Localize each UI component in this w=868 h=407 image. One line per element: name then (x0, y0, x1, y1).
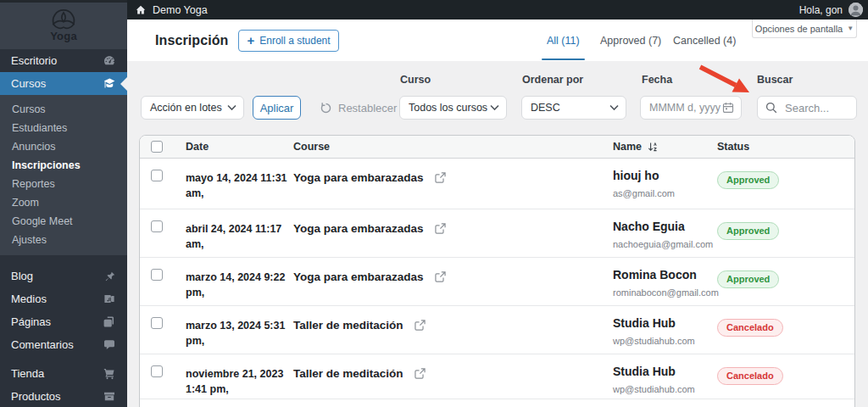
student-email: wp@studiahub.com (613, 384, 717, 394)
table-header-row: Date Course Name Status (140, 136, 854, 159)
external-link-icon[interactable] (435, 172, 446, 183)
tab-all[interactable]: All (11) (542, 20, 585, 61)
tab-cancelled[interactable]: Cancelled (4) (668, 20, 741, 61)
sidebar-item-escritorio[interactable]: Escritorio (0, 49, 127, 72)
row-checkbox-cell (140, 317, 186, 329)
external-link-icon[interactable] (435, 271, 446, 282)
sidebar-item-blog[interactable]: Blog (0, 265, 127, 287)
sidebar-item-productos[interactable]: Productos (0, 385, 127, 407)
course-link[interactable]: Yoga para embarazadas (293, 171, 424, 184)
media-icon (102, 292, 116, 306)
submenu-item-cursos[interactable]: Cursos (0, 100, 127, 119)
apply-button[interactable]: Aplicar (253, 96, 301, 120)
sidebar-item-comentarios[interactable]: Comentarios (0, 333, 127, 356)
sidebar-item-paginas[interactable]: Páginas (0, 310, 127, 333)
submenu-item-label: Estudiantes (12, 122, 67, 134)
course-link[interactable]: Taller de meditación (293, 367, 403, 380)
reset-button[interactable]: Restablecer (320, 96, 397, 120)
table-row: abril 24, 2024 11:17am, Yoga para embara… (140, 209, 854, 258)
tab-label: Approved (7) (600, 35, 661, 47)
status-cell: Cancelado (717, 317, 854, 337)
submenu-item-label: Inscripciones (12, 159, 81, 171)
student-email: nachoeguia@gmail.com (613, 239, 717, 249)
sidebar-item-medios[interactable]: Medios (0, 287, 127, 310)
status-cell: Approved (717, 220, 854, 240)
row-checkbox[interactable] (151, 220, 163, 232)
table-row: marzo 14, 2024 9:22pm, Yoga para embaraz… (140, 258, 854, 306)
date-line1: noviembre 21, 2023 (186, 368, 283, 380)
submenu-item-estudiantes[interactable]: Estudiantes (0, 119, 127, 137)
calendar-icon (722, 102, 734, 114)
course-link[interactable]: Yoga para embarazadas (293, 270, 424, 283)
row-checkbox[interactable] (151, 170, 163, 181)
status-badge: Cancelado (717, 367, 783, 385)
bulk-action-select[interactable]: Acción en lotes (141, 96, 244, 120)
student-email: wp@studiahub.com (613, 336, 717, 346)
date-filter-input[interactable]: MMMM d, yyyy (640, 96, 742, 120)
external-link-icon[interactable] (435, 223, 446, 234)
date-placeholder: MMMM d, yyyy (649, 102, 721, 114)
student-name[interactable]: Studia Hub (613, 317, 717, 330)
logo-text: Yoga (50, 30, 77, 42)
row-checkbox[interactable] (151, 317, 163, 329)
tab-approved[interactable]: Approved (7) (595, 20, 666, 61)
course-select[interactable]: Todos los cursos (399, 96, 507, 120)
table-row: mayo 14, 2024 11:31am, Yoga para embaraz… (140, 159, 854, 209)
sidebar-item-cursos[interactable]: Cursos (0, 72, 127, 95)
bulk-action-value: Acción en lotes (150, 102, 222, 114)
reset-label: Restablecer (338, 102, 397, 114)
student-name[interactable]: Romina Bocon (613, 269, 717, 282)
course-cell: Yoga para embarazadas (293, 269, 613, 283)
course-link[interactable]: Taller de meditación (293, 319, 403, 332)
student-name[interactable]: Nacho Eguia (613, 220, 717, 233)
chevron-down-icon (490, 105, 499, 111)
status-badge: Approved (717, 171, 779, 189)
sidebar-item-label: Páginas (11, 315, 51, 328)
row-checkbox[interactable] (151, 269, 163, 281)
date-line2: pm, (186, 287, 204, 298)
row-checkbox[interactable] (151, 365, 163, 377)
site-name-link[interactable]: Demo Yoga (153, 4, 208, 16)
submenu-item-ajustes[interactable]: Ajustes (0, 231, 127, 249)
course-cell: Taller de meditación (293, 365, 613, 380)
student-name[interactable]: hiouj ho (613, 170, 717, 182)
products-icon (102, 389, 116, 404)
submenu-item-zoom[interactable]: Zoom (0, 193, 127, 212)
row-checkbox-cell (140, 365, 186, 377)
home-icon[interactable] (135, 4, 147, 16)
screen-options-button[interactable]: Opciones de pantalla ▼ (752, 20, 857, 38)
column-date: Date (186, 141, 293, 153)
dashboard-icon (102, 53, 116, 68)
submenu-item-google-meet[interactable]: Google Meet (0, 212, 127, 231)
status-badge: Approved (717, 270, 779, 288)
external-link-icon[interactable] (415, 320, 426, 331)
order-select[interactable]: DESC (521, 96, 626, 120)
submenu-item-label: Google Meet (12, 215, 73, 227)
course-link[interactable]: Yoga para embarazadas (293, 222, 424, 235)
sidebar-item-tienda[interactable]: Tienda (0, 362, 127, 385)
enrollment-date: marzo 14, 2024 9:22pm, (186, 269, 293, 300)
course-cell: Taller de meditación (293, 317, 613, 332)
column-name[interactable]: Name (613, 141, 717, 153)
date-line1: abril 24, 2024 11:17 (186, 223, 281, 235)
reset-icon (320, 102, 332, 114)
avatar[interactable] (849, 3, 863, 17)
external-link-icon[interactable] (415, 368, 426, 379)
date-filter-label: Fecha (642, 74, 672, 86)
screen-options-label: Opciones de pantalla (755, 24, 843, 34)
order-select-value: DESC (531, 102, 560, 114)
main-content: Inscripción + Enroll a student All (11) … (127, 20, 868, 407)
student-cell: Studia Hubwp@studiahub.com (613, 365, 717, 394)
submenu-item-inscripciones[interactable]: Inscripciones (0, 156, 127, 175)
student-name[interactable]: Studia Hub (613, 365, 717, 378)
search-icon (765, 102, 777, 114)
sidebar-item-label: Comentarios (11, 338, 74, 351)
select-all-checkbox[interactable] (151, 141, 163, 153)
account-greeting[interactable]: Hola, gon (799, 4, 843, 16)
order-filter-label: Ordenar por (522, 74, 583, 86)
submenu-item-anuncios[interactable]: Anuncios (0, 137, 127, 156)
submenu-item-reportes[interactable]: Reportes (0, 175, 127, 193)
search-input[interactable] (783, 101, 849, 115)
menu-separator (0, 356, 127, 362)
sidebar-item-label: Productos (11, 390, 61, 403)
